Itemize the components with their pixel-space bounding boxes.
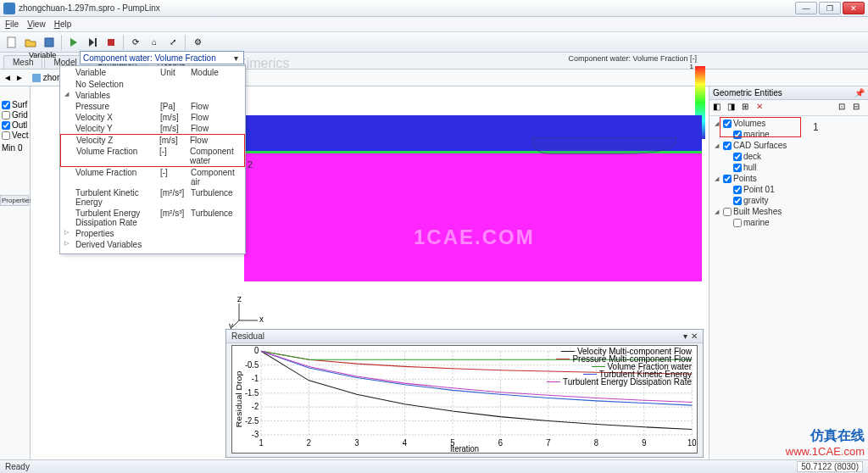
- svg-text:3: 3: [354, 437, 359, 448]
- dd-properties[interactable]: Properties: [60, 228, 245, 239]
- tool-misc3[interactable]: ⤢: [164, 34, 181, 51]
- simulation-view[interactable]: 1CAE.COM: [244, 115, 702, 281]
- minimize-button[interactable]: —: [795, 2, 817, 14]
- svg-text:7: 7: [546, 437, 551, 448]
- close-button[interactable]: ✕: [843, 2, 865, 14]
- dd-derived[interactable]: Derived Variables: [60, 239, 245, 250]
- chk-grid[interactable]: [2, 111, 10, 120]
- hull-outline: [532, 137, 676, 154]
- air-region: [244, 153, 702, 281]
- svg-line-8: [232, 320, 239, 327]
- panel-close-icon[interactable]: ✕: [691, 331, 698, 341]
- svg-text:6: 6: [498, 437, 504, 448]
- chk-deck[interactable]: [733, 153, 742, 161]
- geom-title: Geometric Entities: [713, 88, 782, 97]
- dd-row[interactable]: Pressure[Pa]Flow: [60, 101, 245, 112]
- dd-row[interactable]: Velocity Z[m/s]Flow: [61, 135, 244, 146]
- tool-stop[interactable]: [103, 34, 120, 51]
- residual-chart[interactable]: 123456789100-0.5-1-1.5-2-2.5-3Residual D…: [231, 345, 698, 454]
- svg-text:z: z: [237, 294, 242, 303]
- svg-text:Residual Drop: Residual Drop: [235, 370, 243, 427]
- field-label: Component water: Volume Fraction [-]: [568, 54, 697, 63]
- chk-cad[interactable]: [723, 142, 732, 150]
- tool-step[interactable]: [84, 34, 101, 51]
- geom-tool-3[interactable]: ⊞: [742, 102, 754, 114]
- svg-text:10: 10: [687, 437, 697, 448]
- panel-opt-icon[interactable]: ▾: [683, 331, 687, 341]
- image-watermark: 1CAE.COM: [414, 225, 535, 249]
- window-title: zhongchuan-1.297m.spro - PumpLinx: [19, 3, 795, 13]
- geom-toolbar: ◧ ◨ ⊞ ✕ ⊡ ⊟: [709, 100, 868, 116]
- dd-row[interactable]: Volume Fraction[-]Component air: [60, 167, 245, 187]
- dd-row-highlight[interactable]: Volume Fraction[-]Component water: [61, 146, 244, 166]
- residual-title: Residual: [231, 331, 264, 341]
- chk-vect[interactable]: [2, 131, 10, 140]
- chk-point01[interactable]: [733, 186, 742, 194]
- app-icon: [3, 3, 15, 14]
- viewport[interactable]: Variable Component water: Volume Fractio…: [31, 86, 709, 459]
- geometric-entities-panel: Geometric Entities📌 ◧ ◨ ⊞ ✕ ⊡ ⊟ 1 ◢Volum…: [709, 86, 868, 459]
- status-ready: Ready: [5, 462, 30, 471]
- svg-rect-0: [8, 37, 15, 47]
- svg-text:1: 1: [259, 437, 264, 448]
- geom-tool-r2[interactable]: ⊟: [853, 102, 865, 114]
- chart-legend: Velocity Multi-component FlowPressure Mu…: [547, 348, 692, 386]
- menubar: File View Help: [0, 17, 868, 32]
- doc-icon: [32, 74, 41, 82]
- tool-open[interactable]: [22, 34, 39, 51]
- menu-file[interactable]: File: [5, 19, 19, 29]
- svg-text:2: 2: [307, 437, 312, 448]
- svg-text:-1: -1: [252, 374, 259, 384]
- svg-rect-2: [95, 38, 97, 47]
- geom-tool-1[interactable]: ◧: [713, 102, 725, 114]
- chk-hull[interactable]: [733, 164, 742, 172]
- svg-text:-1.5: -1.5: [245, 387, 259, 398]
- dd-row[interactable]: Turbulent Energy Dissipation Rate[m²/s³]…: [60, 208, 245, 228]
- doc-prev[interactable]: ◄: [3, 73, 12, 82]
- scale-max: 1: [690, 63, 693, 70]
- tool-misc1[interactable]: ⟳: [127, 34, 144, 51]
- doc-next[interactable]: ►: [15, 73, 24, 82]
- axis-triad: z x y: [232, 295, 266, 331]
- dd-row[interactable]: Velocity Y[m/s]Flow: [60, 123, 245, 134]
- chevron-down-icon: ▾: [231, 53, 241, 63]
- properties-header[interactable]: Properties: [0, 195, 29, 206]
- menu-view[interactable]: View: [27, 19, 46, 29]
- dd-row[interactable]: Turbulent Kinetic Energy[m²/s²]Turbulenc…: [60, 187, 245, 208]
- dd-row[interactable]: Velocity X[m/s]Flow: [60, 112, 245, 123]
- tool-gear[interactable]: ⚙: [189, 34, 206, 51]
- menu-help[interactable]: Help: [54, 19, 72, 29]
- tool-save[interactable]: [41, 34, 58, 51]
- svg-text:9: 9: [642, 437, 647, 448]
- panel-pin-icon[interactable]: 📌: [854, 88, 865, 97]
- maximize-button[interactable]: ❐: [819, 2, 841, 14]
- tool-new[interactable]: [3, 34, 20, 51]
- chk-points[interactable]: [723, 175, 732, 183]
- chk-marine2[interactable]: [733, 219, 742, 227]
- svg-text:0: 0: [254, 346, 259, 356]
- chk-gravity[interactable]: [733, 197, 742, 205]
- residual-panel: Residual ▾✕ 123456789100-0.5-1-1.5-2-2.5…: [225, 329, 704, 458]
- chk-meshes[interactable]: [723, 208, 732, 216]
- dd-variables[interactable]: Variables: [60, 90, 245, 101]
- geom-tree[interactable]: 1 ◢Volumes marine ◢CAD Surfaces deck hul…: [709, 116, 868, 230]
- dd-noselection[interactable]: No Selection: [60, 79, 245, 90]
- geom-tool-del[interactable]: ✕: [756, 102, 768, 114]
- variable-combo[interactable]: Component water: Volume Fraction ▾: [80, 51, 244, 64]
- svg-text:8: 8: [594, 437, 599, 448]
- annotation-1: 1: [813, 121, 819, 133]
- svg-text:4: 4: [403, 437, 408, 448]
- tool-misc2[interactable]: ⌂: [146, 34, 163, 51]
- svg-text:Iteration: Iteration: [450, 443, 479, 453]
- geom-tool-r1[interactable]: ⊡: [838, 102, 850, 114]
- geom-tool-2[interactable]: ◨: [727, 102, 739, 114]
- svg-text:-2: -2: [252, 402, 259, 412]
- svg-text:-0.5: -0.5: [245, 359, 259, 370]
- tool-run[interactable]: [65, 34, 82, 51]
- chk-surf[interactable]: [2, 101, 10, 109]
- toolbar: ⟳ ⌂ ⤢ ⚙: [0, 32, 868, 53]
- svg-rect-3: [108, 39, 114, 46]
- chk-outl[interactable]: [2, 121, 10, 130]
- titlebar: zhongchuan-1.297m.spro - PumpLinx — ❐ ✕: [0, 0, 868, 17]
- variable-dropdown[interactable]: VariableUnitModule No Selection Variable…: [59, 65, 246, 254]
